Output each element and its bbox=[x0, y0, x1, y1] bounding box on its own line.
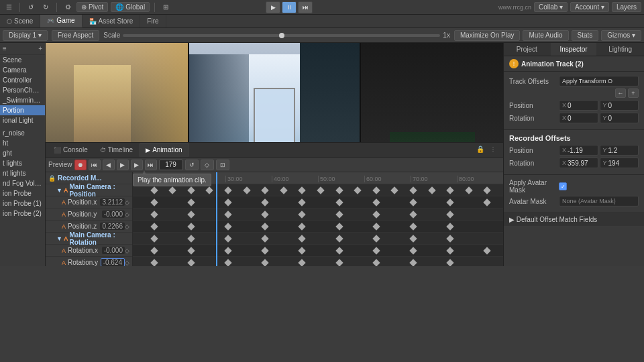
rec-position-y-input[interactable]: Y1.2 bbox=[600, 145, 639, 156]
keyframe-diamond[interactable] bbox=[187, 186, 195, 194]
track-rot-y[interactable]: A Rotation.y -0.624 ◇ bbox=[46, 257, 132, 266]
offset-btn-2[interactable]: + bbox=[628, 88, 639, 98]
keyframe-diamond[interactable] bbox=[262, 198, 269, 206]
keyframe-diamond[interactable] bbox=[409, 223, 417, 230]
keyframe-diamond[interactable] bbox=[224, 198, 231, 206]
hierarchy-item[interactable]: ht bbox=[0, 138, 45, 148]
scale-slider[interactable] bbox=[123, 34, 440, 37]
snap-icon[interactable]: ⊞ bbox=[160, 1, 172, 13]
keyframe-diamond[interactable] bbox=[484, 198, 491, 206]
keyframe-track-row[interactable] bbox=[133, 208, 503, 221]
tab-animation[interactable]: ▶ Animation bbox=[140, 143, 188, 157]
keyframe-diamond[interactable] bbox=[447, 198, 454, 206]
keyframe-diamond[interactable] bbox=[317, 186, 324, 194]
tab-console[interactable]: ⬛ Console bbox=[48, 143, 93, 157]
keyframe-diamond[interactable] bbox=[299, 223, 306, 230]
keyframe-diamond[interactable] bbox=[354, 186, 362, 194]
keyframe-diamond[interactable] bbox=[447, 259, 454, 266]
pause-button[interactable]: ⏸ bbox=[282, 1, 297, 13]
hierarchy-item[interactable]: r_noise bbox=[0, 128, 45, 138]
rec-rotation-x-input[interactable]: X359.97 bbox=[559, 158, 598, 168]
track-rot-x[interactable]: A Rotation.x -0.000 ◇ bbox=[46, 245, 132, 257]
keyframe-diamond[interactable] bbox=[409, 186, 417, 194]
keyframe-diamond[interactable] bbox=[299, 235, 306, 242]
hierarchy-item[interactable]: PersonCharac bbox=[0, 85, 45, 95]
loop-button[interactable]: ↺ bbox=[185, 160, 199, 170]
redo-icon[interactable]: ↻ bbox=[40, 1, 52, 13]
keyframe-diamond[interactable] bbox=[335, 210, 343, 218]
keyframe-diamond[interactable] bbox=[206, 186, 213, 194]
keyframe-area[interactable]: 10:0020:0030:0040:0050:0060:0070:0080:00 bbox=[133, 172, 503, 266]
keyframe-diamond[interactable] bbox=[187, 223, 195, 230]
hierarchy-item[interactable]: nd Fog Volume bbox=[0, 178, 45, 188]
keyframe-diamond[interactable] bbox=[372, 223, 380, 230]
hierarchy-item[interactable]: ght bbox=[0, 148, 45, 158]
keyframe-diamond[interactable] bbox=[187, 198, 195, 206]
next-frame-button[interactable]: ▶ bbox=[131, 160, 143, 170]
rec-position-x-input[interactable]: X-1.19 bbox=[559, 145, 598, 156]
aspect-dropdown[interactable]: Free Aspect bbox=[52, 30, 99, 41]
mute-btn[interactable]: Mute Audio bbox=[523, 30, 568, 41]
pos-y-value[interactable]: -0.000 bbox=[102, 210, 125, 218]
hierarchy-item[interactable]: _Swimming_P bbox=[0, 95, 45, 105]
pos-x-value[interactable]: 3.2112 bbox=[100, 198, 125, 206]
keyframe-diamond[interactable] bbox=[224, 259, 231, 266]
keyframe-diamond[interactable] bbox=[224, 210, 231, 218]
keyframe-diamond[interactable] bbox=[150, 186, 158, 194]
keyframe-diamond[interactable] bbox=[262, 259, 269, 266]
keyframe-diamond[interactable] bbox=[447, 235, 454, 242]
rot-y-value[interactable]: -0.624 bbox=[101, 258, 125, 266]
keyframe-diamond[interactable] bbox=[187, 259, 195, 266]
keyframe-track-row[interactable] bbox=[133, 245, 503, 257]
keyframe-diamond[interactable] bbox=[335, 247, 343, 254]
tab-asset-store[interactable]: 🏪 Asset Store bbox=[83, 15, 141, 27]
keyframe-diamond[interactable] bbox=[335, 259, 343, 266]
hierarchy-item[interactable]: ion Probe (2) bbox=[0, 208, 45, 219]
keyframe-diamond[interactable] bbox=[465, 186, 472, 194]
keyframe-diamond[interactable] bbox=[428, 186, 435, 194]
apply-avatar-mask-checkbox[interactable]: ✓ bbox=[559, 182, 567, 190]
keyframe-diamond[interactable] bbox=[299, 186, 306, 194]
hierarchy-item[interactable]: nt lights bbox=[0, 168, 45, 178]
gizmos-btn[interactable]: Gizmos ▾ bbox=[601, 30, 641, 41]
more-options-icon[interactable]: ⋮ bbox=[490, 145, 500, 155]
keyframe-diamond[interactable] bbox=[335, 186, 343, 194]
keyframe-diamond[interactable] bbox=[150, 198, 158, 206]
keyframe-diamond[interactable] bbox=[409, 247, 417, 254]
tab-lighting[interactable]: Lighting bbox=[597, 43, 644, 56]
keyframe-diamond[interactable] bbox=[224, 186, 231, 194]
keyframe-diamond[interactable] bbox=[262, 223, 269, 230]
position-y-input[interactable]: Y0 bbox=[600, 100, 639, 111]
keyframe-diamond[interactable] bbox=[262, 186, 269, 194]
record-button[interactable]: ⏺ bbox=[74, 160, 87, 170]
keyframe-diamond[interactable] bbox=[262, 247, 269, 254]
keyframe-diamond[interactable] bbox=[372, 186, 380, 194]
keyframe-track-row[interactable] bbox=[133, 221, 503, 233]
pos-z-value[interactable]: 0.2266 bbox=[100, 223, 125, 230]
keyframe-diamond[interactable] bbox=[187, 247, 195, 254]
keyframe-diamond[interactable] bbox=[447, 223, 454, 230]
keyframe-diamond[interactable] bbox=[391, 186, 398, 194]
keyframe-diamond[interactable] bbox=[224, 247, 231, 254]
keyframe-track-row[interactable] bbox=[133, 257, 503, 266]
track-main-camera-pos[interactable]: ▼ A Main Camera : Position bbox=[46, 184, 132, 196]
keyframe-diamond[interactable] bbox=[409, 198, 417, 206]
hierarchy-item[interactable]: ional Light bbox=[0, 115, 45, 125]
keyframe-diamond[interactable] bbox=[243, 186, 250, 194]
stats-btn[interactable]: Stats bbox=[572, 30, 599, 41]
keyframe-diamond[interactable] bbox=[372, 235, 380, 242]
keyframe-diamond[interactable] bbox=[484, 247, 491, 254]
tab-scene[interactable]: ⬡ Scene bbox=[0, 15, 40, 27]
rec-rotation-y-input[interactable]: Y194 bbox=[600, 158, 639, 168]
account-button[interactable]: Account ▾ bbox=[570, 2, 609, 12]
collab-button[interactable]: Collab ▾ bbox=[534, 2, 568, 12]
hierarchy-item[interactable]: Camera bbox=[0, 65, 45, 75]
layers-button[interactable]: Layers bbox=[612, 2, 641, 12]
tab-fire[interactable]: Fire bbox=[140, 15, 166, 27]
keyframe-diamond[interactable] bbox=[335, 223, 343, 230]
keyframe-diamond[interactable] bbox=[484, 186, 491, 194]
hierarchy-item[interactable]: t lights bbox=[0, 158, 45, 168]
default-offset-section[interactable]: ▶ Default Offset Match Fields bbox=[504, 213, 644, 226]
global-button[interactable]: 🌐 Global bbox=[111, 2, 150, 12]
keyframe-diamond[interactable] bbox=[335, 235, 343, 242]
